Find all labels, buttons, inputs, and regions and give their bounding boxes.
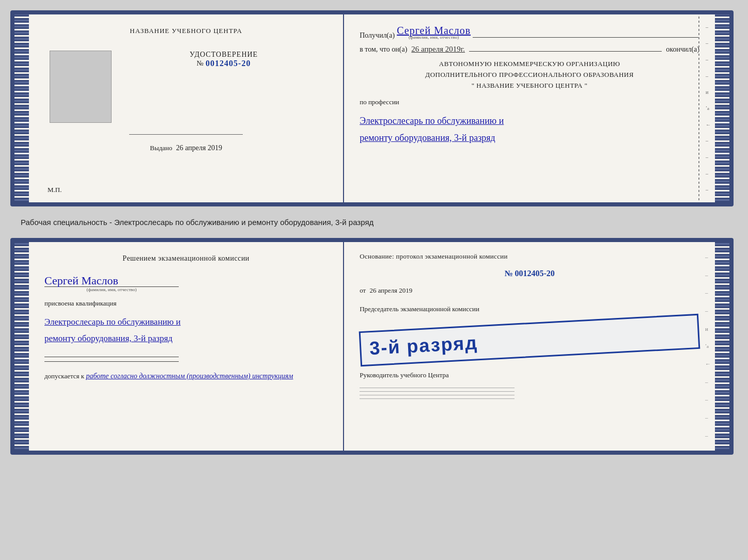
vydano-date: 26 апреля 2019	[176, 144, 222, 152]
doc1-right-panel: – – – – и ʼа ← – – – – Получил(а) Сергей…	[344, 14, 715, 202]
number-prefix: №	[197, 59, 204, 68]
dopuskaetsya-block: допускается к работе согласно должностны…	[44, 372, 328, 380]
protocol-prefix: №	[504, 269, 512, 278]
prisvoena: присвоена квалификация	[44, 299, 328, 308]
resheniem-title: Решением экзаменационной комиссии	[44, 254, 328, 263]
dopuskaetsya-text: работе согласно должностным (производств…	[86, 372, 293, 380]
fio-sub-2: (фамилия, имя, отчество)	[44, 287, 179, 292]
org-block: АВТОНОМНУЮ НЕКОММЕРЧЕСКУЮ ОРГАНИЗАЦИЮ ДО…	[360, 59, 699, 91]
rb-line-4	[360, 398, 515, 399]
profession-line-1: Электрослесарь по обслуживанию и	[360, 113, 699, 129]
org-name-top: НАЗВАНИЕ УЧЕБНОГО ЦЕНТРА	[130, 27, 242, 35]
rb-line-2	[360, 391, 515, 392]
kvali-line-2: ремонту оборудования, 3-й разряд	[44, 330, 328, 347]
right-decorations: – – – – и ʼа ← – – – –	[706, 14, 711, 202]
profession-line-2: ремонту оборудования, 3-й разряд	[360, 130, 699, 146]
photo-placeholder	[50, 51, 112, 123]
kvali-line-1: Электрослесарь по обслуживанию и	[44, 314, 328, 330]
osnovanie: Основание: протокол экзаменационной коми…	[360, 252, 699, 261]
doc2-right-panel: – – – – и ʼа ← – – – – Основание: проток…	[344, 242, 715, 451]
doc1-left-panel: НАЗВАНИЕ УЧЕБНОГО ЦЕНТРА УДОСТОВЕРЕНИЕ №…	[29, 14, 344, 202]
doc1-number: 0012405-20	[206, 59, 251, 68]
dash-line-1	[473, 37, 699, 38]
vydano-label: Выдано	[150, 144, 172, 152]
received-row: Получил(а) Сергей Маслов (фамилия, имя, …	[360, 25, 699, 40]
po-professii: по профессии	[360, 98, 699, 106]
vtom-date: 26 апреля 2019г.	[411, 45, 465, 54]
fio-subtitle: (фамилия, имя, отчество)	[409, 35, 459, 40]
specialty-label: Рабочая специальность - Электрослесарь п…	[10, 216, 738, 229]
org-line-1: АВТОНОМНУЮ НЕКОММЕРЧЕСКУЮ ОРГАНИЗАЦИЮ	[360, 59, 699, 70]
separator-line-1	[129, 134, 243, 135]
left-decoration-2	[14, 242, 29, 451]
org-line-3: " НАЗВАНИЕ УЧЕБНОГО ЦЕНТРА "	[360, 81, 699, 91]
sig-line-2	[44, 361, 179, 362]
okончил-label: окончил(а)	[666, 45, 699, 54]
sig-lines	[44, 357, 328, 362]
doc2-right-deco: – – – – и ʼа ← – – – –	[705, 242, 711, 451]
predsedatel: Председатель экзаменационной комиссии	[360, 305, 699, 313]
rukovoditel: Руководитель учебного Центра	[360, 371, 699, 379]
protocol-num: 0012405-20	[515, 269, 554, 278]
ot-label: от	[360, 286, 366, 294]
doc2-left-panel: Решением экзаменационной комиссии Сергей…	[29, 242, 344, 451]
org-line-2: ДОПОЛНИТЕЛЬНОГО ПРОФЕССИОНАЛЬНОГО ОБРАЗО…	[360, 70, 699, 81]
vtom-row: в том, что он(а) 26 апреля 2019г. окончи…	[360, 45, 699, 54]
rb-line-3	[360, 395, 515, 395]
mp-label: М.П.	[48, 186, 61, 194]
right-decoration	[715, 14, 729, 202]
dopuskaetsya-label: допускается к	[44, 372, 84, 380]
person-name: Сергей Маслов	[44, 274, 328, 287]
vydano-row: Выдано 26 апреля 2019	[150, 144, 222, 152]
udostoverenie-title: УДОСТОВЕРЕНИЕ	[190, 51, 258, 59]
stamp-text: 3-й разряд	[369, 321, 690, 359]
date-value: 26 апреля 2019	[369, 286, 412, 294]
right-bottom-lines	[360, 388, 699, 399]
stamp-box: 3-й разряд	[359, 314, 700, 366]
protocol-number: № 0012405-20	[360, 269, 699, 278]
vtom-label: в том, что он(а)	[360, 45, 407, 54]
protocol-date: от 26 апреля 2019	[360, 286, 699, 295]
sig-line-1	[44, 357, 179, 357]
right-decoration-2	[715, 242, 729, 451]
rb-line-1	[360, 388, 515, 388]
udostoverenie-block: УДОСТОВЕРЕНИЕ № 0012405-20	[190, 51, 258, 68]
certificate-document-2: Решением экзаменационной комиссии Сергей…	[10, 238, 734, 455]
dash-line-2	[469, 51, 662, 52]
received-label: Получил(а)	[360, 31, 395, 40]
certificate-document-1: НАЗВАНИЕ УЧЕБНОГО ЦЕНТРА УДОСТОВЕРЕНИЕ №…	[10, 10, 734, 206]
left-decoration	[14, 14, 29, 202]
